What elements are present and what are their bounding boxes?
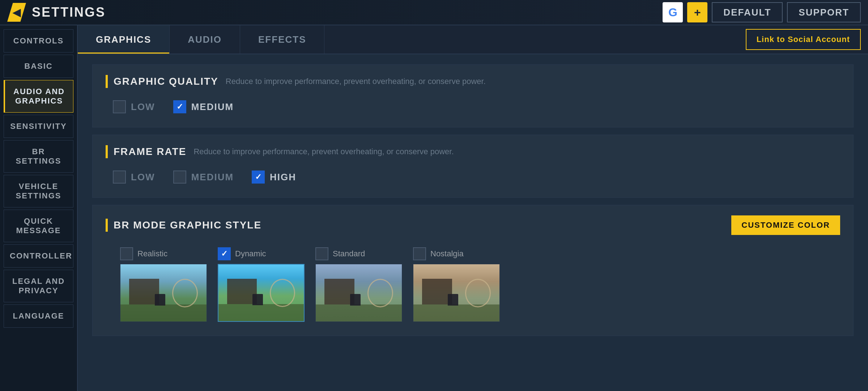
thumb-wheel-nostalgia: [465, 279, 491, 307]
thumb-scene-dynamic: [218, 265, 304, 321]
sidebar-item-quick-message[interactable]: QUICK MESSAGE: [0, 210, 77, 242]
style-label-row-realistic: Realistic: [120, 247, 167, 260]
sidebar: CONTROLS BASIC AUDIO AND GRAPHICS SENSIT…: [0, 25, 78, 391]
framerate-option-low[interactable]: LOW: [113, 171, 155, 184]
framerate-high-label: HIGH: [270, 172, 296, 183]
thumb-player-realistic: [155, 294, 165, 306]
top-right-controls: G + DEFAULT SUPPORT: [663, 2, 861, 22]
sidebar-item-audio-and-graphics[interactable]: AUDIO AND GRAPHICS: [0, 80, 77, 113]
frame-rate-desc: Reduce to improve performance, prevent o…: [193, 147, 454, 156]
sidebar-btn-br-settings[interactable]: BR SETTINGS: [4, 140, 73, 173]
style-nostalgia-label: Nostalgia: [430, 249, 464, 258]
framerate-medium-checkbox[interactable]: [173, 171, 186, 184]
style-thumb-dynamic: [218, 264, 305, 322]
frame-rate-bar-icon: [106, 145, 108, 158]
top-bar: ◀ SETTINGS G + DEFAULT SUPPORT: [0, 0, 868, 25]
sidebar-item-legal-and-privacy[interactable]: LEGAL AND PRIVACY: [0, 270, 77, 302]
default-button[interactable]: DEFAULT: [712, 2, 783, 22]
br-style-options: Realistic ✓: [106, 244, 840, 325]
sidebar-btn-basic[interactable]: BASIC: [4, 55, 73, 78]
google-button[interactable]: G: [663, 2, 683, 22]
sidebar-btn-language[interactable]: LANGUAGE: [4, 304, 73, 328]
sidebar-btn-quick-message[interactable]: QUICK MESSAGE: [4, 210, 73, 242]
thumb-player-dynamic: [252, 294, 263, 305]
tab-graphics[interactable]: GRAPHICS: [78, 25, 170, 54]
style-realistic-label: Realistic: [137, 249, 167, 258]
frame-rate-options: LOW MEDIUM ✓ HIGH: [106, 167, 840, 187]
style-thumb-standard: [315, 264, 402, 322]
style-dynamic-label: Dynamic: [235, 249, 266, 258]
sidebar-item-controller[interactable]: CONTROLLER: [0, 244, 77, 268]
back-button[interactable]: ◀: [7, 3, 26, 22]
quality-low-label: LOW: [131, 101, 155, 113]
checkmark-icon: ✓: [176, 102, 183, 112]
style-thumb-realistic: [120, 264, 207, 322]
sidebar-item-language[interactable]: LANGUAGE: [0, 304, 77, 328]
tab-effects[interactable]: EFFECTS: [240, 25, 324, 54]
style-label-row-dynamic: ✓ Dynamic: [218, 247, 266, 260]
sidebar-btn-controller[interactable]: CONTROLLER: [4, 244, 73, 268]
thumb-player-standard: [350, 294, 361, 306]
sections-container: GRAPHIC QUALITY Reduce to improve perfor…: [78, 54, 868, 391]
thumb-ground-standard: [316, 304, 402, 321]
sidebar-item-controls[interactable]: CONTROLS: [0, 29, 77, 52]
tab-audio[interactable]: AUDIO: [170, 25, 240, 54]
graphic-quality-header: GRAPHIC QUALITY Reduce to improve perfor…: [106, 75, 840, 88]
framerate-low-checkbox[interactable]: [113, 171, 126, 184]
frame-rate-header: FRAME RATE Reduce to improve performance…: [106, 145, 840, 158]
back-arrow-icon: ◀: [13, 7, 21, 18]
style-thumb-nostalgia: [413, 264, 500, 322]
style-item-realistic[interactable]: Realistic: [120, 247, 207, 322]
br-mode-header: BR MODE GRAPHIC STYLE CUSTOMIZE COLOR: [106, 215, 840, 235]
framerate-low-label: LOW: [131, 172, 155, 183]
section-bar-icon: [106, 75, 108, 88]
sidebar-item-vehicle-settings[interactable]: VEHICLE SETTINGS: [0, 175, 77, 207]
sidebar-btn-vehicle-settings[interactable]: VEHICLE SETTINGS: [4, 175, 73, 207]
quality-option-medium[interactable]: ✓ MEDIUM: [173, 100, 234, 113]
checkmark-dynamic-icon: ✓: [221, 249, 227, 258]
style-nostalgia-checkbox[interactable]: [413, 247, 426, 260]
framerate-option-high[interactable]: ✓ HIGH: [252, 171, 296, 184]
sidebar-btn-controls[interactable]: CONTROLS: [4, 29, 73, 52]
style-standard-label: Standard: [333, 249, 365, 258]
sidebar-btn-audio-and-graphics[interactable]: AUDIO AND GRAPHICS: [4, 80, 73, 113]
sidebar-btn-legal-and-privacy[interactable]: LEGAL AND PRIVACY: [4, 270, 73, 302]
thumb-ground-nostalgia: [413, 304, 499, 321]
br-mode-title: BR MODE GRAPHIC STYLE: [114, 219, 261, 231]
main-content: GRAPHICS AUDIO EFFECTS Link to Social Ac…: [78, 25, 868, 391]
thumb-ground-realistic: [120, 304, 207, 321]
sidebar-item-br-settings[interactable]: BR SETTINGS: [0, 140, 77, 173]
style-dynamic-checkbox[interactable]: ✓: [218, 247, 231, 260]
style-item-dynamic[interactable]: ✓ Dynamic: [218, 247, 305, 322]
framerate-high-checkbox[interactable]: ✓: [252, 171, 265, 184]
style-realistic-checkbox[interactable]: [120, 247, 133, 260]
br-mode-header-right: CUSTOMIZE COLOR: [731, 215, 840, 235]
style-label-row-standard: Standard: [315, 247, 365, 260]
customize-color-button[interactable]: CUSTOMIZE COLOR: [731, 215, 840, 235]
sidebar-item-basic[interactable]: BASIC: [0, 55, 77, 78]
link-social-button[interactable]: Link to Social Account: [746, 29, 861, 50]
sidebar-btn-sensitivity[interactable]: SENSITIVITY: [4, 115, 73, 138]
quality-medium-checkbox[interactable]: ✓: [173, 100, 186, 113]
style-item-standard[interactable]: Standard: [315, 247, 402, 322]
support-button[interactable]: SUPPORT: [787, 2, 861, 22]
quality-medium-label: MEDIUM: [191, 101, 234, 113]
style-standard-checkbox[interactable]: [315, 247, 328, 260]
framerate-medium-label: MEDIUM: [191, 172, 234, 183]
checkmark-high-icon: ✓: [255, 172, 261, 182]
frame-rate-title: FRAME RATE: [114, 146, 186, 157]
thumb-ground-dynamic: [218, 304, 304, 321]
thumb-wheel-standard: [367, 279, 393, 307]
thumb-scene-standard: [316, 264, 402, 321]
quality-low-checkbox[interactable]: [113, 100, 126, 113]
style-item-nostalgia[interactable]: Nostalgia: [413, 247, 500, 322]
thumb-player-nostalgia: [448, 294, 458, 306]
framerate-option-medium[interactable]: MEDIUM: [173, 171, 234, 184]
page-title: SETTINGS: [32, 5, 106, 20]
tabs-bar: GRAPHICS AUDIO EFFECTS Link to Social Ac…: [78, 25, 868, 54]
thumb-scene-realistic: [120, 264, 207, 321]
quality-option-low[interactable]: LOW: [113, 100, 155, 113]
plus-button[interactable]: +: [687, 2, 707, 22]
style-label-row-nostalgia: Nostalgia: [413, 247, 464, 260]
sidebar-item-sensitivity[interactable]: SENSITIVITY: [0, 115, 77, 138]
